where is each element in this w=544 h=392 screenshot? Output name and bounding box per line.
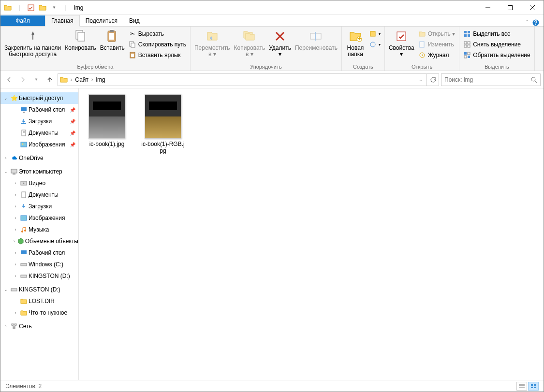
sidebar-music[interactable]: ›Музыка — [10, 224, 78, 235]
sidebar-downloads[interactable]: Загрузки📌 — [10, 116, 78, 127]
svg-rect-67 — [534, 384, 536, 386]
sidebar-quick-access[interactable]: ⌄⭐Быстрый доступ — [0, 92, 78, 104]
up-button[interactable] — [44, 74, 56, 86]
properties-button[interactable]: Свойства ▾ — [387, 28, 416, 58]
search-icon — [530, 76, 537, 83]
chevron-right-icon[interactable]: › — [69, 77, 74, 82]
qat-dropdown[interactable]: ▼ — [49, 2, 59, 13]
sidebar-pictures[interactable]: Изображения📌 — [10, 139, 78, 150]
select-all-button[interactable]: Выделить все — [461, 29, 532, 39]
folder-icon[interactable] — [2, 2, 13, 13]
sidebar-pictures-pc[interactable]: ›Изображения — [10, 212, 78, 224]
details-view-button[interactable] — [516, 382, 527, 391]
tab-view[interactable]: Вид — [123, 15, 146, 26]
svg-rect-58 — [21, 275, 27, 277]
file-item[interactable]: ic-book(1).jpg — [85, 94, 129, 147]
cut-button[interactable]: ✂Вырезать — [127, 29, 188, 39]
sidebar-drive-c[interactable]: ›Windows (C:) — [10, 259, 78, 270]
sidebar-onedrive[interactable]: ›OneDrive — [0, 152, 78, 164]
delete-button[interactable]: Удалить ▾ — [267, 28, 293, 58]
item-count: Элементов: 2 — [5, 383, 42, 390]
svg-rect-27 — [464, 31, 467, 33]
pin-quick-access-button[interactable]: Закрепить на панели быстрого доступа — [2, 28, 63, 58]
svg-rect-56 — [21, 250, 27, 254]
copy-to-button[interactable]: Копировать в ▾ — [232, 28, 267, 58]
new-folder-button[interactable]: ✦ Новая папка — [344, 28, 367, 58]
svg-rect-29 — [464, 34, 467, 37]
sidebar-videos[interactable]: ›Видео — [10, 177, 78, 189]
edit-button[interactable]: Изменить — [416, 39, 457, 50]
help-icon[interactable]: ? — [532, 19, 544, 26]
star-icon: ⭐ — [10, 94, 18, 102]
group-label: Буфер обмена — [2, 63, 188, 71]
sidebar-documents-pc[interactable]: ›Документы — [10, 189, 78, 201]
copy-button[interactable]: Копировать — [63, 28, 98, 52]
copy-path-button[interactable]: Скопировать путь — [127, 39, 188, 50]
icons-view-button[interactable] — [528, 382, 539, 391]
rename-button[interactable]: Переименовать — [293, 28, 339, 52]
tab-home[interactable]: Главная — [45, 15, 80, 27]
new-item-button[interactable]: ▾ — [367, 29, 382, 39]
sidebar-this-pc[interactable]: ⌄Этот компьютер — [0, 166, 78, 177]
recent-dropdown[interactable]: ▼ — [30, 74, 42, 86]
easy-access-button[interactable]: ▾ — [367, 39, 382, 50]
sidebar-3d-objects[interactable]: ›Объемные объекты — [10, 235, 78, 247]
chevron-right-icon[interactable]: › — [89, 77, 95, 82]
svg-rect-38 — [468, 56, 470, 58]
tab-share[interactable]: Поделиться — [80, 15, 123, 26]
select-none-button[interactable]: Снять выделение — [461, 39, 532, 50]
svg-rect-25 — [420, 42, 424, 47]
sidebar-drive-d[interactable]: ›KINGSTON (D:) — [10, 270, 78, 282]
paste-button[interactable]: Вставить — [98, 28, 127, 52]
sidebar-kingston[interactable]: ⌄KINGSTON (D:) — [0, 284, 78, 295]
svg-rect-36 — [468, 52, 470, 55]
sidebar-network[interactable]: ›Сеть — [0, 320, 78, 332]
svg-point-55 — [24, 230, 26, 232]
svg-rect-37 — [464, 56, 467, 58]
history-icon — [418, 51, 426, 59]
sidebar-chtoto[interactable]: ›Что-то нужное — [10, 307, 78, 319]
folder-icon — [20, 297, 28, 305]
back-button[interactable] — [3, 74, 15, 86]
move-to-button[interactable]: Переместить в ▾ — [192, 28, 232, 58]
breadcrumb[interactable]: › Сайт › img ⌄ — [58, 73, 426, 86]
invert-selection-button[interactable]: Обратить выделение — [461, 50, 532, 60]
svg-rect-53 — [21, 216, 27, 220]
breadcrumb-segment[interactable]: Сайт — [74, 76, 89, 83]
history-button[interactable]: Журнал — [416, 50, 457, 60]
sidebar-desktop[interactable]: Рабочий стол📌 — [10, 104, 78, 116]
maximize-button[interactable] — [499, 0, 521, 15]
svg-rect-41 — [21, 107, 27, 111]
desktop-icon — [20, 106, 28, 114]
address-dropdown[interactable]: ⌄ — [416, 77, 425, 82]
forward-button[interactable] — [17, 74, 29, 86]
folder-qat-icon[interactable] — [37, 2, 48, 13]
refresh-button[interactable] — [426, 73, 439, 86]
svg-rect-50 — [13, 174, 15, 174]
properties-qat-icon[interactable] — [26, 2, 36, 13]
svg-rect-69 — [534, 387, 536, 388]
drive-icon — [20, 272, 28, 280]
search-input[interactable]: Поиск: img — [441, 73, 541, 86]
group-label: Выделить — [461, 63, 532, 71]
sidebar-desktop-pc[interactable]: ›Рабочий стол — [10, 247, 78, 259]
file-list[interactable]: ic-book(1).jpg ic-book(1)-RGB.jpg — [79, 88, 544, 380]
group-label: Открыть — [387, 63, 457, 71]
minimize-button[interactable] — [477, 0, 499, 15]
paste-shortcut-button[interactable]: Вставить ярлык — [127, 50, 188, 60]
pictures-icon — [20, 141, 28, 148]
svg-rect-15 — [131, 54, 134, 57]
ribbon-collapse-icon[interactable]: ˄ — [522, 19, 532, 26]
svg-point-54 — [21, 231, 23, 232]
computer-icon — [10, 168, 18, 175]
svg-rect-22 — [370, 31, 375, 36]
open-button[interactable]: Открыть ▾ — [416, 29, 457, 39]
pin-icon — [25, 29, 41, 44]
sidebar-downloads-pc[interactable]: ›Загрузки — [10, 201, 78, 212]
close-button[interactable] — [521, 0, 544, 15]
sidebar-lostdir[interactable]: LOST.DIR — [10, 295, 78, 307]
sidebar-documents[interactable]: Документы📌 — [10, 127, 78, 139]
breadcrumb-segment[interactable]: img — [95, 76, 106, 83]
file-item[interactable]: ic-book(1)-RGB.jpg — [141, 94, 185, 154]
tab-file[interactable]: Файл — [0, 15, 45, 26]
